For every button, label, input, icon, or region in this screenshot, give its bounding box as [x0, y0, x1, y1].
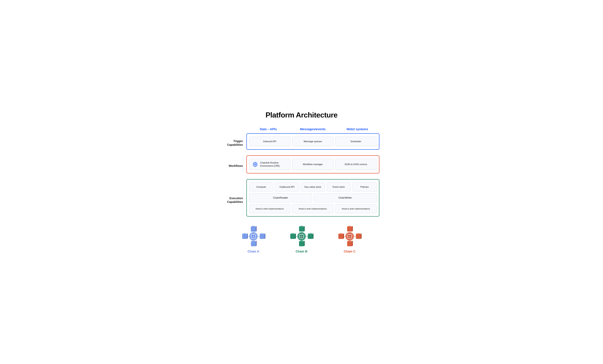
exec-chainwriter: ChainWriter	[314, 193, 377, 203]
cre-text: Chainlink Runtime Environment (CRE)	[260, 161, 280, 168]
exec-keyvalue: Key-value store	[301, 182, 325, 192]
page-container: Platform Architecture Data – APIs Messag…	[224, 111, 379, 253]
svg-rect-17	[242, 234, 247, 239]
svg-rect-58	[347, 241, 352, 246]
svg-rect-20	[260, 234, 265, 239]
svg-rect-29	[300, 235, 302, 236]
chains-row: Chain A	[224, 225, 379, 253]
execution-label: ExecutionCapabilities	[224, 196, 246, 204]
workflow-manager-cell: Workflow manager	[292, 159, 334, 170]
svg-rect-31	[300, 237, 302, 238]
trigger-box: Inbound API Message queues Scheduler	[246, 133, 379, 150]
svg-rect-8	[252, 237, 253, 238]
svg-rect-30	[302, 235, 303, 236]
chain-b-item: Chain B	[289, 225, 314, 253]
column-headers: Data – APIs Messages/events Web2 systems	[246, 126, 379, 132]
chain-b-label: Chain B	[296, 250, 307, 253]
svg-rect-64	[356, 234, 361, 239]
exec-row-2: ChainReader ChainWriter	[249, 193, 377, 203]
chain-a-item: Chain A	[241, 225, 266, 253]
trigger-cell-inbound: Inbound API	[249, 136, 290, 147]
svg-rect-54	[350, 237, 351, 238]
chain-c-label: Chain C	[344, 250, 356, 253]
trigger-cells: Inbound API Message queues Scheduler	[249, 136, 377, 147]
svg-marker-38	[304, 241, 305, 246]
svg-marker-19	[247, 233, 248, 239]
svg-marker-57	[352, 226, 353, 232]
svg-marker-44	[313, 233, 313, 239]
chain-c-item: Chain C	[337, 225, 362, 253]
exec-outbound: Outbound API	[275, 182, 299, 192]
workflows-label: Workflows	[224, 164, 246, 168]
svg-rect-14	[251, 241, 256, 246]
svg-rect-9	[254, 237, 255, 238]
trigger-label: TriggerCapabilities	[224, 139, 246, 147]
execution-row-content: Compute Outbound API Key-value store Eve…	[246, 179, 379, 221]
trigger-cell-scheduler: Scheduler	[335, 136, 377, 147]
svg-marker-66	[361, 233, 361, 239]
svg-marker-60	[352, 241, 353, 246]
svg-rect-61	[338, 234, 343, 239]
workflows-box: ⬡ Chainlink Runtime Environment (CRE) Wo…	[246, 155, 379, 174]
col-header-web2: Web2 systems	[336, 126, 379, 132]
svg-rect-39	[290, 234, 295, 239]
svg-marker-22	[265, 233, 265, 239]
svg-marker-13	[256, 226, 256, 232]
svg-rect-51	[348, 235, 349, 236]
trigger-row-content: Inbound API Message queues Scheduler	[246, 133, 379, 153]
svg-marker-16	[256, 241, 256, 246]
exec-policies: Policies	[352, 182, 377, 192]
chain-c-cluster	[337, 225, 362, 248]
chain-a-label: Chain A	[247, 250, 259, 253]
svg-rect-42	[308, 234, 313, 239]
execution-box: Compute Outbound API Key-value store Eve…	[246, 179, 379, 216]
exec-rw-2: Read & write implementations	[292, 204, 334, 213]
svg-rect-52	[350, 235, 351, 236]
svg-marker-63	[343, 233, 344, 239]
col-header-data: Data – APIs	[247, 126, 290, 132]
cre-cell: ⬡ Chainlink Runtime Environment (CRE)	[249, 159, 290, 170]
svg-rect-53	[348, 237, 349, 238]
svg-marker-35	[304, 226, 305, 232]
svg-rect-55	[347, 227, 352, 232]
svg-text:⬡: ⬡	[254, 163, 256, 165]
exec-eventstore: Event store	[327, 182, 351, 192]
svg-marker-41	[295, 233, 296, 239]
workflows-row-content: ⬡ Chainlink Runtime Environment (CRE) Wo…	[246, 155, 379, 176]
exec-rw-1: Read & write implementations	[249, 204, 290, 213]
chain-a-cluster	[241, 225, 266, 248]
chainlink-logo: ⬡	[252, 161, 258, 168]
page-title: Platform Architecture	[224, 111, 379, 119]
trigger-cell-messages: Message queues	[292, 136, 334, 147]
svg-rect-32	[302, 237, 303, 238]
workflows-cells: ⬡ Chainlink Runtime Environment (CRE) Wo…	[249, 159, 377, 170]
svg-rect-7	[254, 235, 255, 236]
svg-rect-33	[299, 227, 304, 232]
col-header-messages: Messages/events	[291, 126, 334, 132]
exec-chainreader: ChainReader	[249, 193, 312, 203]
exec-rw-3: Read & write implementations	[335, 204, 377, 213]
chain-b-cluster	[289, 225, 314, 248]
exec-compute: Compute	[249, 182, 273, 192]
exec-row-3: Read & write implementations Read & writ…	[249, 204, 377, 213]
svg-rect-6	[252, 235, 253, 236]
svg-rect-10	[251, 227, 256, 232]
exec-row-1: Compute Outbound API Key-value store Eve…	[249, 182, 377, 192]
don-comms-cell: DON to DON comms	[335, 159, 377, 170]
svg-rect-36	[299, 241, 304, 246]
